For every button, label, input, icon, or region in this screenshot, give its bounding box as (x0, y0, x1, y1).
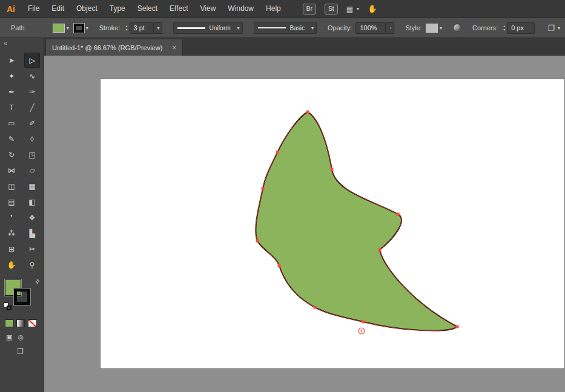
free-transform-tool[interactable]: ▱ (24, 163, 40, 178)
recolor-artwork-icon[interactable] (453, 24, 461, 32)
slice-tool[interactable]: ✂ (24, 241, 40, 256)
anchor-point[interactable] (276, 151, 279, 154)
hand-tool[interactable]: ✋ (4, 257, 19, 272)
stroke-weight-input[interactable]: 3 pt (130, 22, 154, 34)
tool-grid: ➤▷✦∿✒✑T╱▭✐✎◊↻◳⋈▱◫▦▤◧❜❖⁂▙⊞✂✋⚲ (0, 53, 44, 272)
collapse-panel-icon[interactable]: « (0, 38, 44, 50)
default-fill-stroke-icon[interactable] (4, 302, 13, 311)
menu-select[interactable]: Select (131, 0, 164, 18)
menu-help[interactable]: Help (260, 0, 287, 18)
corners-label: Corners: (472, 24, 498, 31)
hand-swirl-icon[interactable]: ✋ (368, 4, 377, 13)
color-button[interactable] (5, 319, 14, 327)
width-profile-preview (177, 27, 205, 29)
anchor-point[interactable] (456, 325, 459, 328)
screen-mode-icon[interactable]: ❐ (17, 347, 24, 356)
menu-effect[interactable]: Effect (164, 0, 194, 18)
stroke-stepper[interactable]: ▴ ▾ (126, 24, 128, 31)
fill-caret-icon[interactable]: ▾ (67, 25, 69, 31)
shape-builder-tool[interactable]: ◫ (4, 178, 19, 194)
fill-stroke-cluster: ⇄ (4, 278, 41, 311)
stroke-weight-caret[interactable]: ▾ (154, 22, 162, 34)
perspective-grid-tool[interactable]: ▦ (24, 178, 40, 194)
none-button[interactable] (28, 319, 37, 327)
anchor-point[interactable] (256, 240, 259, 243)
anchor-point[interactable] (397, 213, 400, 216)
zoom-tool[interactable]: ⚲ (24, 257, 40, 272)
draw-modes-row: ▣ ◎ (6, 333, 44, 341)
draw-normal-icon[interactable]: ▣ (6, 333, 12, 341)
anchor-point[interactable] (331, 168, 334, 171)
eraser-tool[interactable]: ◊ (24, 131, 40, 146)
rectangle-tool[interactable]: ▭ (4, 116, 19, 131)
document-tab[interactable]: Untitled-1* @ 66.67% (RGB/Preview) × (45, 39, 183, 56)
rotate-tool[interactable]: ↻ (4, 147, 19, 162)
type-tool[interactable]: T (4, 100, 19, 115)
line-segment-tool[interactable]: ╱ (24, 100, 40, 115)
selected-path[interactable] (256, 112, 457, 331)
anchor-point[interactable] (278, 264, 281, 267)
direct-selection-tool[interactable]: ▷ (24, 53, 40, 68)
bridge-button[interactable]: Br (303, 4, 316, 15)
artboard-tool[interactable]: ⊞ (4, 241, 19, 256)
menu-file[interactable]: File (22, 0, 45, 18)
opacity-input[interactable]: 100% (355, 22, 386, 34)
anchor-point[interactable] (362, 321, 365, 324)
selection-tool[interactable]: ➤ (4, 53, 19, 68)
menu-type[interactable]: Type (104, 0, 131, 18)
menu-object[interactable]: Object (70, 0, 104, 18)
opacity-label: Opacity: (328, 24, 352, 31)
anchor-indicator-dot (361, 330, 363, 332)
pen-tool[interactable]: ✒ (4, 84, 19, 99)
swap-fill-stroke-icon[interactable]: ⇄ (34, 278, 41, 285)
scale-tool[interactable]: ◳ (24, 147, 40, 162)
curvature-tool[interactable]: ✑ (24, 84, 40, 99)
chevron-down-icon: ▾ (558, 25, 560, 31)
chevron-down-icon: ▾ (311, 25, 314, 31)
stroke-color-indicator[interactable] (14, 289, 30, 305)
menu-window[interactable]: Window (222, 0, 260, 18)
width-tool[interactable]: ⋈ (4, 163, 19, 178)
stroke-caret-icon[interactable]: ▾ (86, 25, 88, 31)
blend-tool[interactable]: ❖ (24, 210, 40, 225)
lasso-tool[interactable]: ∿ (24, 68, 40, 83)
arrange-documents-icon[interactable]: ❐ ▾ (547, 24, 560, 33)
gradient-button[interactable] (16, 319, 25, 327)
fill-swatch[interactable] (53, 24, 65, 33)
opacity-flyout[interactable]: › (386, 22, 394, 34)
close-icon[interactable]: × (172, 44, 176, 52)
stroke-swatch[interactable] (74, 24, 84, 33)
document-column: Untitled-1* @ 66.67% (RGB/Preview) × (44, 38, 565, 392)
pencil-tool[interactable]: ✎ (4, 131, 19, 146)
magic-wand-tool[interactable]: ✦ (4, 68, 19, 83)
workspace-grid-icon: ▦ (346, 5, 353, 13)
column-graph-tool[interactable]: ▙ (24, 226, 40, 241)
app-logo: Ai (0, 4, 22, 14)
corners-stepper[interactable]: ▴ ▾ (503, 24, 505, 31)
style-swatch[interactable] (426, 24, 438, 33)
tab-bar: Untitled-1* @ 66.67% (RGB/Preview) × (44, 38, 565, 56)
variable-width-dropdown[interactable]: Uniform ▾ (173, 22, 243, 34)
anchor-point[interactable] (314, 306, 317, 309)
stepper-down-icon[interactable]: ▾ (126, 28, 128, 31)
anchor-point[interactable] (378, 249, 382, 252)
menu-edit[interactable]: Edit (45, 0, 70, 18)
brush-definition-dropdown[interactable]: Basic ▾ (254, 22, 317, 34)
width-profile-value: Uniform (210, 25, 231, 31)
mesh-tool[interactable]: ▤ (4, 194, 19, 209)
stock-button[interactable]: St (325, 4, 338, 15)
draw-behind-icon[interactable]: ◎ (18, 333, 24, 341)
eyedropper-tool[interactable]: ❜ (4, 210, 19, 225)
stepper-down-icon[interactable]: ▾ (503, 28, 505, 31)
symbol-sprayer-tool[interactable]: ⁂ (4, 226, 19, 241)
chevron-right-icon: › (390, 25, 392, 31)
corners-input[interactable]: 0 px (507, 22, 535, 34)
workspace-switcher[interactable]: ▦ ▾ (346, 5, 359, 13)
anchor-point[interactable] (262, 188, 265, 191)
paintbrush-tool[interactable]: ✐ (24, 116, 40, 131)
style-caret-icon[interactable]: ▾ (440, 25, 442, 31)
anchor-point[interactable] (306, 111, 309, 114)
menu-view[interactable]: View (194, 0, 222, 18)
gradient-tool[interactable]: ◧ (24, 194, 40, 209)
control-bar: Path ▾ ▾ Stroke: ▴ ▾ 3 pt ▾ Uniform ▾ Ba… (0, 18, 565, 38)
